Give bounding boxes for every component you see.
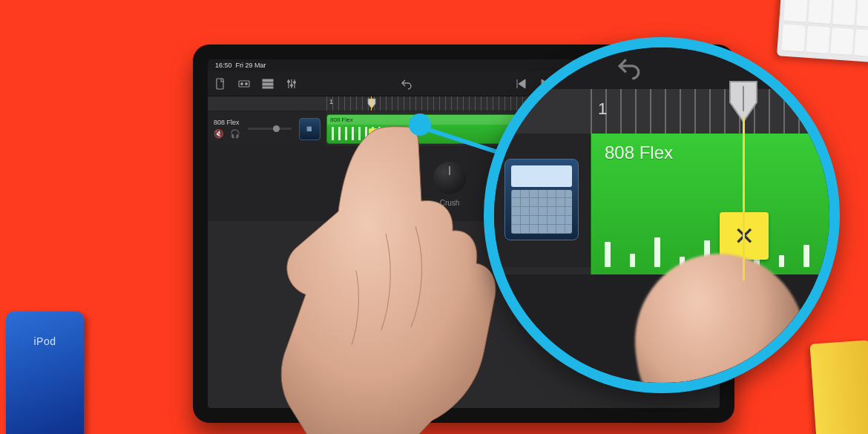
svg-rect-4 xyxy=(263,79,273,82)
ipod-label: iPod xyxy=(33,335,56,347)
knob-crush[interactable]: Crush xyxy=(433,162,466,207)
split-scissors-icon[interactable]: ✕ xyxy=(369,128,382,142)
svg-rect-0 xyxy=(217,79,223,89)
undo-icon[interactable] xyxy=(400,77,413,91)
callout-touch-dot xyxy=(409,114,431,136)
keyboard-prop xyxy=(777,0,868,63)
zoom-region-label: 808 Flex xyxy=(605,142,673,163)
svg-rect-5 xyxy=(263,83,273,85)
status-date: Fri 29 Mar xyxy=(236,62,266,69)
tracks-icon[interactable] xyxy=(261,77,274,91)
svg-point-9 xyxy=(294,81,296,83)
svg-point-8 xyxy=(291,84,293,86)
document-icon[interactable] xyxy=(214,77,227,91)
knob-drive[interactable]: Drive xyxy=(349,162,381,207)
instrument-thumbnail[interactable]: ▦ xyxy=(299,118,320,140)
svg-point-7 xyxy=(288,80,290,82)
zoom-callout: 1 808 Flex ✕ xyxy=(484,37,840,393)
mixer-icon[interactable] xyxy=(285,77,298,91)
mute-icon[interactable]: 🔇 xyxy=(214,129,224,139)
headphones-icon[interactable]: 🎧 xyxy=(230,129,240,139)
playhead-marker-icon[interactable] xyxy=(366,98,377,110)
playhead-line[interactable] xyxy=(371,96,372,111)
status-time: 16:50 xyxy=(215,62,232,69)
svg-point-2 xyxy=(241,82,243,85)
bar-label-1: 1 xyxy=(329,98,333,105)
zoom-instrument-thumbnail xyxy=(504,159,579,240)
track-name: 808 Flex xyxy=(214,119,240,126)
knob-label: Drive xyxy=(356,199,373,207)
undo-icon xyxy=(617,55,642,83)
zoom-timeline-ruler: 1 xyxy=(494,89,829,134)
svg-rect-6 xyxy=(263,87,273,88)
svg-point-3 xyxy=(246,82,248,85)
knob-label: Crush xyxy=(440,199,460,207)
volume-slider[interactable] xyxy=(248,128,292,130)
ruler-prop xyxy=(810,340,868,434)
zoom-bar-label: 1 xyxy=(598,99,607,119)
prev-icon[interactable] xyxy=(514,77,527,91)
fx-icon[interactable] xyxy=(237,77,251,91)
zoom-playhead-line xyxy=(743,117,745,280)
track-header[interactable]: 808 Flex 🔇 🎧 ▦ xyxy=(208,111,326,146)
ipod-prop: iPod xyxy=(6,312,84,434)
